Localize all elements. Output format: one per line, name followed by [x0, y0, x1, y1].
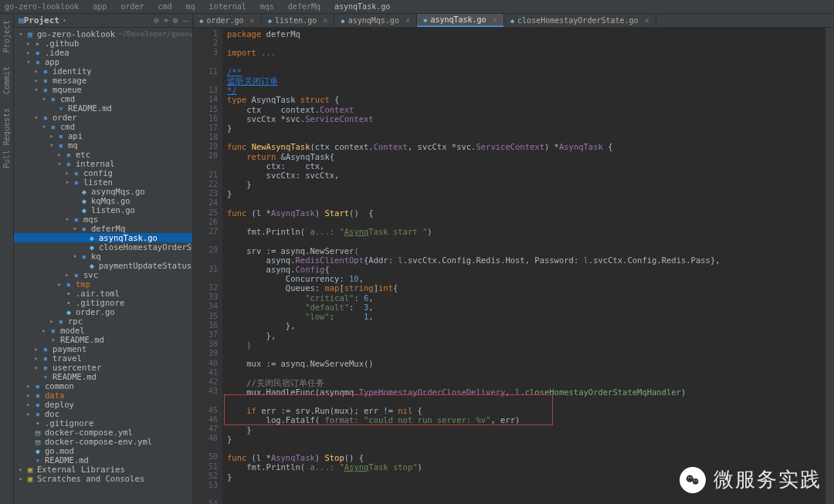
crumb[interactable]: app — [93, 2, 107, 11]
svg-point-5 — [696, 480, 697, 481]
code-content[interactable]: package deferMq import ... /** 监听关闭订单 */… — [222, 28, 825, 504]
close-icon[interactable]: × — [405, 16, 410, 25]
tree-row[interactable]: ▾README.md — [14, 103, 192, 113]
tab-order-go[interactable]: ◆order.go× — [193, 14, 262, 27]
tree-row[interactable]: ▸▸.github — [14, 39, 192, 48]
tree-row[interactable]: ▸▪deploy — [14, 400, 192, 409]
tree-row[interactable]: ▸▪config — [14, 168, 192, 178]
tree-row[interactable]: ▤docker-compose-env.yml — [14, 437, 192, 446]
go-file-icon: ◆ — [341, 17, 344, 25]
gear-icon[interactable]: ⚙ — [173, 15, 178, 25]
tree-row[interactable]: •.gitignore — [14, 418, 192, 428]
editor-scrollbar[interactable] — [825, 28, 834, 504]
code-editor[interactable]: 1231113141516171819202122232425262729313… — [193, 28, 834, 504]
tree-row[interactable]: ▾▦go-zero-looklook~/Developer/goenv/go-z… — [14, 29, 192, 39]
breadcrumb: go-zero-looklook〉 app〉 order〉 cmd〉 mq〉 i… — [0, 0, 834, 14]
tree-row[interactable]: ▾▪internal — [14, 159, 192, 168]
tree-row[interactable]: ▸▪data — [14, 391, 192, 400]
tab-asynqTask-go[interactable]: ◆asynqTask.go× — [417, 14, 504, 27]
tree-row[interactable]: ◆order.go — [14, 307, 192, 316]
project-pane-title[interactable]: Project — [24, 15, 59, 25]
line-gutter: 1231113141516171819202122232425262729313… — [193, 28, 222, 504]
tree-row[interactable]: ▾▪app — [14, 57, 192, 66]
tree-row[interactable]: ▤docker-compose.yml — [14, 428, 192, 437]
tree-row[interactable]: ▸▪message — [14, 76, 192, 85]
tab-listen-go[interactable]: ◆listen.go× — [262, 14, 335, 27]
close-icon[interactable]: × — [323, 16, 327, 25]
tree-row[interactable]: ▾▪kq — [14, 252, 192, 261]
hide-icon[interactable]: — — [182, 15, 188, 25]
tree-row[interactable]: ▸▪travel — [14, 353, 192, 363]
tree-row[interactable]: ▾▪deferMq — [14, 224, 192, 233]
tree-row[interactable]: ◆closeHomestayOrderState.go — [14, 242, 192, 252]
tree-row[interactable]: ▾▪cmd — [14, 122, 192, 131]
crumb[interactable]: go-zero-looklook — [5, 2, 79, 11]
tree-row[interactable]: ▸▪model — [14, 326, 192, 335]
crumb[interactable]: order — [120, 2, 144, 11]
close-icon[interactable]: × — [250, 16, 255, 25]
go-file-icon: ◆ — [268, 17, 272, 25]
tool-pull-requests[interactable]: Pull Requests — [2, 105, 11, 171]
go-file-icon: ◆ — [423, 16, 427, 24]
tree-row[interactable]: ◆go.mod — [14, 446, 192, 455]
tool-project[interactable]: Project — [2, 17, 11, 56]
tree-row[interactable]: ▾▪mq — [14, 140, 192, 150]
tab-asynqMqs-go[interactable]: ◆asynqMqs.go× — [334, 14, 417, 27]
tree-row[interactable]: ▸▪payment — [14, 344, 192, 353]
tree-row[interactable]: ▸▪.idea — [14, 48, 192, 57]
tree-row[interactable]: ▾README.md — [14, 335, 192, 344]
tree-row[interactable]: ▾README.md — [14, 372, 192, 381]
tree-row[interactable]: ▾▪listen — [14, 178, 192, 187]
project-pane: ▦ Project ▾ ⊖ ⌖ ⚙ — ▾▦go-zero-looklook~/… — [14, 14, 193, 504]
tab-closeHomestayOrderState-go[interactable]: ◆closeHomestayOrderState.go× — [504, 14, 656, 27]
tree-row[interactable]: •.air.toml — [14, 289, 192, 298]
watermark-text: 微服务实践 — [714, 466, 822, 493]
tree-row[interactable]: ▸▪common — [14, 381, 192, 391]
crumb[interactable]: mq — [186, 2, 195, 11]
tree-row[interactable]: ◆listen.go — [14, 205, 192, 215]
project-pane-header: ▦ Project ▾ ⊖ ⌖ ⚙ — — [14, 14, 192, 28]
tree-row[interactable]: ▸▣External Libraries — [14, 465, 192, 474]
tool-commit[interactable]: Commit — [2, 63, 11, 97]
tree-row[interactable]: ▾▪mqueue — [14, 85, 192, 94]
tree-row[interactable]: ▾▪order — [14, 113, 192, 122]
chevron-down-icon[interactable]: ▾ — [63, 17, 66, 24]
crumb[interactable]: internal — [209, 2, 246, 11]
editor-area: ◆order.go×◆listen.go×◆asynqMqs.go×◆asynq… — [193, 14, 834, 504]
tree-row[interactable]: ▾▪mqs — [14, 215, 192, 224]
tree-row[interactable]: ◆asynqTask.go — [14, 233, 192, 242]
tree-row[interactable]: ▾▪cmd — [14, 94, 192, 103]
go-file-icon: ◆ — [199, 17, 203, 25]
crumb-active[interactable]: asynqTask.go — [334, 2, 390, 11]
tree-row[interactable]: •.gitignore — [14, 298, 192, 307]
editor-tabs: ◆order.go×◆listen.go×◆asynqMqs.go×◆asynq… — [193, 14, 834, 28]
tree-row[interactable]: ▸▪tmp — [14, 279, 192, 289]
tree-row[interactable]: ▸▪etc — [14, 150, 192, 159]
go-file-icon: ◆ — [510, 17, 514, 25]
target-icon[interactable]: ⌖ — [164, 15, 168, 25]
tree-row[interactable]: ▸▪identity — [14, 66, 192, 76]
crumb[interactable]: mqs — [260, 2, 274, 11]
tree-row[interactable]: ▸▪svc — [14, 270, 192, 279]
svg-point-2 — [688, 477, 689, 478]
tree-row[interactable]: ▸▪usercenter — [14, 363, 192, 372]
tree-row[interactable]: ▸▪doc — [14, 409, 192, 418]
tree-row[interactable]: ▸▪api — [14, 131, 192, 140]
crumb[interactable]: deferMq — [288, 2, 320, 11]
tree-row[interactable]: ▸▪rpc — [14, 316, 192, 326]
tree-row[interactable]: ◆paymentUpdateStatus.go — [14, 261, 192, 270]
svg-point-4 — [694, 480, 695, 481]
collapse-icon[interactable]: ⊖ — [154, 15, 159, 25]
tree-row[interactable]: ◆asynqMqs.go — [14, 187, 192, 196]
tree-row[interactable]: ▾README.md — [14, 455, 192, 465]
tree-row[interactable]: ◆kqMqs.go — [14, 196, 192, 205]
tree-row[interactable]: ▸▣Scratches and Consoles — [14, 474, 192, 483]
close-icon[interactable]: × — [493, 15, 497, 24]
watermark: 微服务实践 — [680, 466, 822, 493]
close-icon[interactable]: × — [645, 16, 649, 25]
wechat-icon — [680, 467, 706, 493]
project-tree[interactable]: ▾▦go-zero-looklook~/Developer/goenv/go-z… — [14, 28, 192, 504]
crumb[interactable]: cmd — [158, 2, 172, 11]
left-tool-strip: Project Commit Pull Requests — [0, 14, 14, 504]
svg-point-3 — [690, 477, 691, 478]
